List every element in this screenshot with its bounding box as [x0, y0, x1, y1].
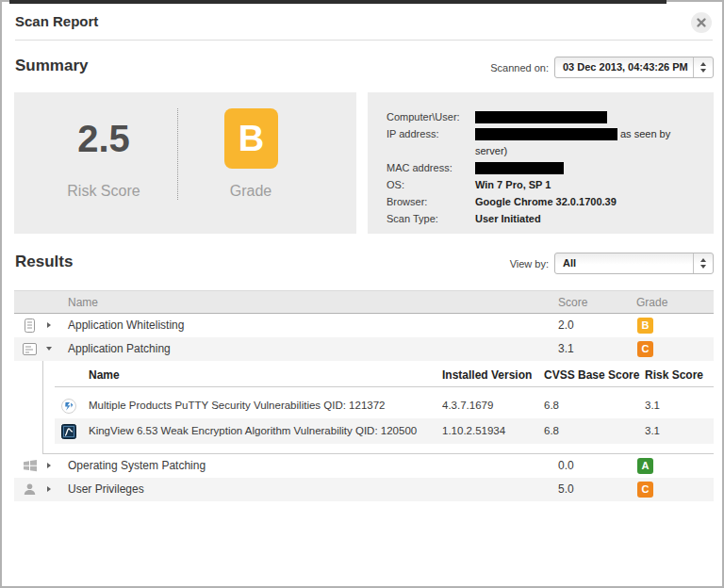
- redacted-computer-user: [475, 111, 607, 123]
- expand-arrow-icon[interactable]: [47, 463, 51, 468]
- vulnerability-subtable: Name Installed Version CVSS Base Score R…: [14, 361, 714, 454]
- user-icon: [23, 482, 38, 497]
- view-by-label: View by:: [478, 258, 549, 270]
- document-list-icon: [23, 342, 38, 356]
- results-heading: Results: [15, 253, 73, 271]
- scanned-on-select[interactable]: 03 Dec 2013, 04:43:26 PM: [554, 57, 714, 78]
- table-row-application-patching[interactable]: Application Patching 3.1 C: [14, 337, 714, 361]
- results-table-header: Name Score Grade: [14, 290, 714, 314]
- score-panel: 2.5 Risk Score B Grade: [14, 92, 356, 234]
- detail-ip-wrap: server): [387, 142, 670, 159]
- putty-icon: [61, 399, 76, 414]
- tree-guide-line: [42, 361, 43, 454]
- scanned-on-value: 03 Dec 2013, 04:43:26 PM: [563, 61, 688, 73]
- grade-badge: B: [224, 108, 278, 169]
- view-by-value: All: [563, 257, 576, 269]
- select-spinner-icon: [693, 57, 713, 77]
- grade-badge: C: [637, 341, 653, 357]
- detail-os: OS:Win 7 Pro, SP 1: [387, 176, 670, 193]
- expand-arrow-icon[interactable]: [47, 486, 51, 492]
- kingview-icon: [61, 424, 76, 439]
- host-details: Computer\User: IP address:as seen by ser…: [387, 108, 670, 227]
- risk-score-value: 2.5: [38, 118, 170, 160]
- redacted-ip: [475, 128, 617, 140]
- top-edge-strip: [9, 0, 666, 4]
- table-row-os-patching[interactable]: Operating System Patching 0.0 A: [14, 454, 714, 478]
- vulnerability-row-putty[interactable]: Multiple Products PuTTY Security Vulnera…: [55, 393, 714, 418]
- table-row-user-privileges[interactable]: User Privileges 5.0 C: [14, 478, 714, 501]
- detail-mac: MAC address:: [387, 159, 670, 176]
- dialog-title: Scan Report: [15, 13, 98, 29]
- subtable-header: Name Installed Version CVSS Base Score R…: [55, 367, 714, 387]
- view-by-select[interactable]: All: [554, 253, 714, 274]
- grade-badge: A: [637, 458, 653, 474]
- header-divider: [15, 40, 713, 41]
- risk-score-label: Risk Score: [38, 183, 170, 200]
- redacted-mac: [475, 162, 564, 174]
- collapse-arrow-icon[interactable]: [46, 347, 52, 351]
- results-table: Name Score Grade Application Whitelistin…: [14, 290, 714, 501]
- detail-browser: Browser:Google Chrome 32.0.1700.39: [387, 193, 670, 210]
- table-row-application-whitelisting[interactable]: Application Whitelisting 2.0 B: [14, 314, 714, 337]
- grade-badge: B: [637, 318, 653, 334]
- panel-divider: [177, 108, 178, 200]
- grade-label: Grade: [185, 183, 317, 200]
- windows-icon: [23, 459, 38, 473]
- scanned-on-label: Scanned on:: [478, 62, 549, 74]
- grade-badge: C: [637, 482, 653, 498]
- detail-ip: IP address:as seen by: [387, 125, 670, 142]
- expand-arrow-icon[interactable]: [47, 322, 51, 328]
- close-button[interactable]: [691, 12, 712, 33]
- vulnerability-row-kingview[interactable]: KingView 6.53 Weak Encryption Algorithm …: [55, 418, 714, 444]
- scan-report-dialog: Scan Report Summary Scanned on: 03 Dec 2…: [0, 0, 724, 588]
- detail-computer-user: Computer\User:: [387, 108, 670, 125]
- select-spinner-icon: [693, 253, 713, 273]
- document-icon: [23, 318, 38, 333]
- detail-scan-type: Scan Type:User Initiated: [387, 210, 670, 227]
- summary-heading: Summary: [15, 57, 88, 75]
